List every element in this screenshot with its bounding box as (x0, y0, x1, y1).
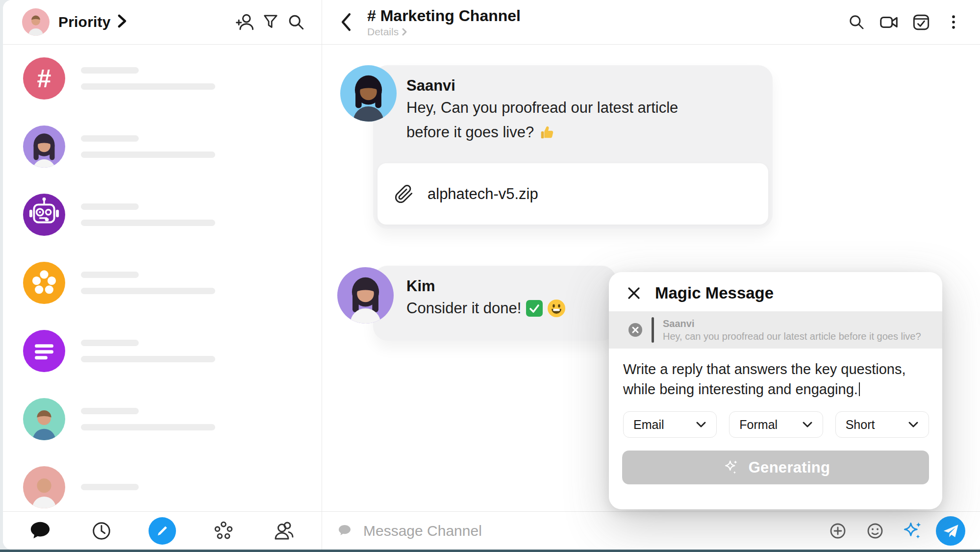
message-input-placeholder: Message Channel (363, 523, 482, 539)
chevron-right-icon[interactable] (117, 14, 127, 30)
composer-bar: Message Channel (322, 512, 980, 550)
message-input[interactable]: Message Channel (337, 523, 824, 539)
add-contact-button[interactable] (232, 9, 258, 35)
channel-details-label: Details (367, 26, 399, 38)
man-avatar-illustration (23, 398, 65, 440)
modal-title: Magic Message (655, 284, 774, 302)
message-text-line: before it goes live? (406, 120, 758, 145)
video-call-icon[interactable] (876, 9, 902, 35)
add-icon[interactable] (824, 517, 852, 545)
skeleton-lines (81, 135, 215, 158)
magic-message-modal: Magic Message Saanvi Hey, can you proofr… (609, 272, 942, 509)
message-text-line: Consider it done! (406, 296, 602, 321)
sidebar-header: Priority (3, 0, 322, 44)
quote-text: Hey, can you proofread our latest articl… (663, 330, 921, 343)
list-item-member[interactable] (3, 453, 322, 512)
list-item-channel[interactable]: # (3, 44, 322, 112)
back-button[interactable] (339, 9, 360, 35)
generating-label: Generating (749, 459, 830, 477)
kim-avatar-illustration (337, 267, 394, 324)
dots-cluster-avatar (23, 262, 65, 304)
search-icon[interactable] (844, 9, 869, 35)
chevron-down-icon (801, 420, 814, 429)
message-bubble-icon (337, 523, 352, 539)
kim-avatar[interactable] (337, 267, 394, 324)
bald-man-avatar-illustration (23, 466, 65, 508)
send-button[interactable] (936, 516, 965, 546)
prompt-input[interactable]: Write a reply that answers the key quest… (623, 359, 926, 400)
dots-cluster-icon (23, 262, 65, 304)
list-item-notes[interactable] (3, 317, 322, 385)
channel-hash-avatar: # (23, 57, 65, 100)
message-type-select[interactable]: Email (623, 411, 717, 438)
history-tab-icon[interactable] (88, 517, 115, 545)
message-text-line: Hey, Can you proofread our latest articl… (406, 96, 758, 120)
list-item-member[interactable] (3, 385, 322, 453)
robot-icon (23, 194, 65, 236)
more-menu-icon[interactable] (941, 9, 966, 35)
grinning-face-emoji (548, 300, 565, 317)
sparkle-icon (721, 458, 741, 477)
message-type-value: Email (633, 418, 664, 432)
member-avatar (23, 466, 65, 508)
chat-area: Saanvi Hey, Can you proofread our latest… (322, 44, 980, 512)
list-item-bot[interactable] (3, 180, 322, 249)
sidebar-nav (3, 512, 322, 550)
skeleton-lines (81, 408, 215, 430)
user-avatar[interactable] (22, 8, 50, 36)
close-icon[interactable] (626, 285, 642, 301)
attachment-card[interactable]: alphatech-v5.zip (377, 163, 768, 225)
channel-title: # Marketing Channel (367, 7, 521, 25)
options-row: Email Formal Short (623, 411, 929, 438)
user-avatar-illustration (22, 8, 50, 36)
member-avatar (23, 398, 65, 440)
prompt-line: while being interesting and engaging. (623, 379, 926, 400)
tone-value: Formal (739, 418, 778, 432)
modal-header: Magic Message (609, 272, 942, 311)
message-saanvi: Saanvi Hey, Can you proofread our latest… (373, 65, 773, 229)
tasks-icon[interactable] (908, 9, 934, 35)
chats-tab-icon[interactable] (26, 517, 54, 545)
saanvi-avatar-illustration (340, 65, 397, 122)
bot-avatar (23, 194, 65, 236)
emoji-icon[interactable] (861, 517, 889, 545)
hash-icon: # (37, 66, 51, 91)
list-item-member[interactable] (3, 112, 322, 180)
length-select[interactable]: Short (835, 411, 929, 438)
skeleton-lines (81, 484, 139, 490)
quoted-message: Saanvi Hey, can you proofread our latest… (609, 311, 942, 349)
chevron-down-icon (907, 420, 920, 429)
saanvi-avatar[interactable] (340, 65, 397, 122)
list-item-group[interactable] (3, 249, 322, 317)
list-lines-icon (23, 330, 65, 372)
message-sender-name: Saanvi (406, 76, 758, 96)
generating-button[interactable]: Generating (622, 451, 929, 484)
message-kim: Kim Consider it done! (373, 266, 616, 341)
window-edge (0, 550, 980, 552)
skeleton-lines (81, 67, 215, 90)
composer-actions (824, 516, 965, 546)
prompt-line: Write a reply that answers the key quest… (623, 359, 926, 379)
message-sender-name: Kim (406, 276, 602, 296)
filter-button[interactable] (258, 9, 283, 35)
quote-sender-name: Saanvi (663, 317, 921, 330)
channel-title-block: # Marketing Channel Details (367, 7, 521, 38)
channel-header: # Marketing Channel Details (322, 0, 980, 44)
content: # (3, 44, 980, 512)
quote-stripe (652, 317, 654, 343)
remove-quote-button[interactable] (628, 323, 643, 337)
compose-button[interactable] (149, 517, 176, 545)
paper-plane-icon (942, 523, 959, 539)
tone-select[interactable]: Formal (729, 411, 823, 438)
channel-details-link[interactable]: Details (367, 26, 521, 38)
magic-sparkle-icon[interactable] (899, 517, 926, 545)
quote-texts: Saanvi Hey, can you proofread our latest… (663, 317, 921, 343)
chevron-down-icon (695, 420, 707, 429)
apps-tab-icon[interactable] (210, 517, 237, 545)
contacts-tab-icon[interactable] (271, 517, 298, 545)
woman-avatar-illustration (23, 125, 65, 168)
sidebar-title[interactable]: Priority (58, 14, 111, 30)
top-bar: Priority (3, 0, 980, 45)
search-button[interactable] (283, 9, 309, 35)
length-value: Short (846, 418, 875, 432)
